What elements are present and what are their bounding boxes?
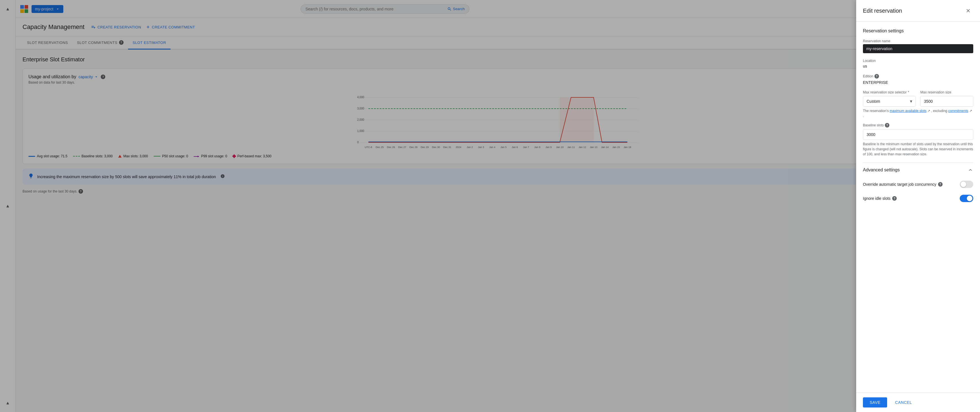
edit-panel: Edit reservation Reservation settings Re… [856,0,980,412]
max-selector-col: Max reservation size selector * Custom M… [863,90,916,107]
baseline-slots-input[interactable] [863,129,973,140]
advanced-settings-title: Advanced settings [863,167,900,172]
max-selector-label: Max reservation size selector * [863,90,916,94]
max-reservation-size-input[interactable] [920,96,973,107]
close-icon [966,8,971,14]
edition-field: Edition ? ENTERPRISE [863,74,973,85]
baseline-slots-label: Baseline slots ? [863,123,973,127]
ignore-idle-label: Ignore idle slots ? [863,196,897,200]
max-size-label: Max reservation size [920,90,973,94]
advanced-chevron-icon [967,167,973,173]
max-size-selector-select[interactable]: Custom Maximum available None [863,96,916,107]
max-reservation-row: Max reservation size selector * Custom M… [863,90,973,107]
max-size-help-text: The reservation's maximum available slot… [863,108,973,118]
cancel-button[interactable]: CANCEL [891,398,916,407]
override-label: Override automatic target job concurrenc… [863,182,943,186]
max-available-slots-link[interactable]: maximum available slots [890,109,926,113]
override-help-icon[interactable]: ? [938,182,943,186]
max-size-col: Max reservation size [920,90,973,107]
override-toggle[interactable] [960,181,973,188]
baseline-slots-description: Baseline is the minimum number of slots … [863,142,973,157]
advanced-section: Advanced settings Override automatic tar… [863,162,973,205]
max-selector-wrapper: Custom Maximum available None ▼ [863,96,916,107]
ignore-idle-toggle[interactable] [960,195,973,202]
baseline-slots-field: Baseline slots ? Baseline is the minimum… [863,123,973,157]
edition-label: Edition ? [863,74,973,78]
ignore-idle-help-icon[interactable]: ? [892,196,897,200]
location-label: Location [863,59,973,63]
location-value: us [863,64,973,68]
ignore-idle-toggle-thumb [967,196,972,201]
override-toggle-thumb [961,181,966,187]
panel-footer: SAVE CANCEL [856,393,980,412]
reservation-name-value: my-reservation [863,44,973,53]
commitments-link[interactable]: commitments [948,109,968,113]
ignore-idle-toggle-row: Ignore idle slots ? [863,191,973,205]
close-panel-button[interactable] [963,6,973,16]
reservation-settings-heading: Reservation settings [863,29,973,33]
save-button[interactable]: SAVE [863,398,887,407]
edition-help-icon[interactable]: ? [875,74,879,78]
override-toggle-row: Override automatic target job concurrenc… [863,177,973,191]
panel-title: Edit reservation [863,8,902,14]
reservation-name-label: Reservation name [863,39,973,43]
panel-header: Edit reservation [856,0,980,22]
location-field: Location us [863,59,973,68]
baseline-slots-help-icon[interactable]: ? [885,123,889,127]
panel-body: Reservation settings Reservation name my… [856,22,980,393]
edition-value: ENTERPRISE [863,80,973,85]
overlay-backdrop[interactable] [0,0,980,412]
advanced-settings-header[interactable]: Advanced settings [863,163,973,177]
reservation-name-field: Reservation name my-reservation [863,39,973,53]
